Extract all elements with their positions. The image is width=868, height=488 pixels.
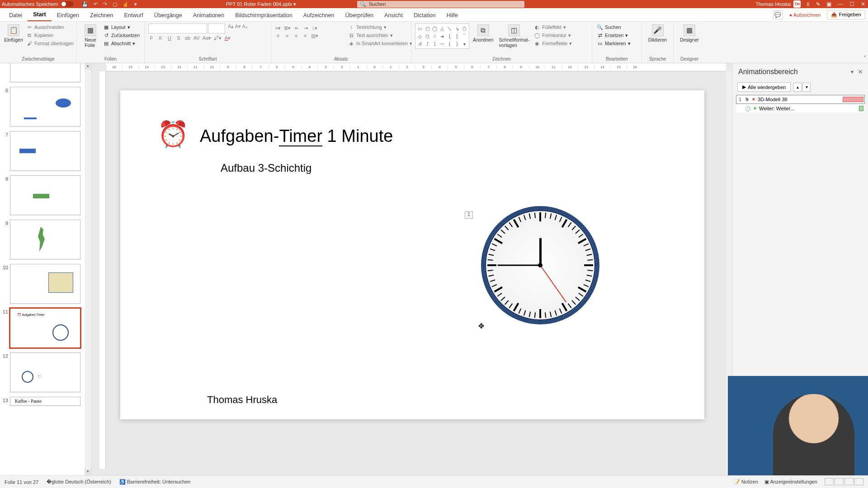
move-down-button[interactable]: ▾ (802, 83, 811, 92)
select-button[interactable]: ▭Markieren ▾ (596, 40, 638, 47)
clock-3d-model[interactable] (481, 206, 599, 324)
underline-button[interactable]: U (166, 35, 173, 41)
tab-dictation[interactable]: Dictation (408, 9, 441, 21)
smartart-button: ◈In SmartArt konvertieren ▾ (347, 40, 413, 47)
tab-einfuegen[interactable]: Einfügen (52, 9, 85, 21)
anim-item-1[interactable]: 1 🖱 ✶ 3D-Modell 38 (736, 95, 864, 103)
tab-uebergaenge[interactable]: Übergänge (149, 9, 188, 21)
bold-button[interactable]: F (148, 35, 155, 41)
shapes-gallery[interactable]: ▭▢◯△＼↘⬠ ◇⬡☆➜{}⌒ ↺⤴⤵〰()▾ (415, 23, 469, 49)
quickstyles-button[interactable]: ◫Schnellformat- vorlagen (497, 23, 532, 49)
tab-zeichnen[interactable]: Zeichnen (85, 9, 118, 21)
thumb-8[interactable]: 8 (2, 175, 83, 215)
thumb-12[interactable]: 12♡ (2, 352, 83, 392)
thumb-5[interactable] (2, 63, 83, 82)
designer-button[interactable]: ▦Designer (677, 23, 702, 43)
indent-button[interactable]: ⇥ (302, 25, 309, 31)
section-button[interactable]: ▤Abschnitt ▾ (102, 40, 141, 47)
font-size-input[interactable] (208, 23, 225, 33)
accessibility-status[interactable]: ♿ Barrierefreiheit: Untersuchen (119, 479, 191, 485)
freigeben-button[interactable]: 📤 Freigeben (827, 10, 865, 19)
tab-datei[interactable]: Datei (4, 9, 28, 21)
present-icon[interactable]: ▢ (113, 1, 117, 7)
tab-start[interactable]: Start (28, 9, 51, 21)
find-button[interactable]: 🔍Suchen (596, 23, 638, 31)
slide-counter[interactable]: Folie 11 von 27 (5, 479, 38, 485)
thumb-10[interactable]: 10 (2, 264, 83, 304)
tab-animationen[interactable]: Animationen (188, 9, 230, 21)
coming-soon-icon[interactable]: ⧮ (807, 1, 810, 7)
thumb-13[interactable]: 13Kaffee - Pause (2, 397, 83, 406)
thumbs-scrollbar[interactable]: ▴ ▾ (85, 63, 91, 475)
line-spacing-button[interactable]: ↕▾ (311, 25, 318, 31)
font-name-input[interactable] (148, 23, 207, 33)
thumb-6[interactable]: 6 (2, 87, 83, 127)
thumb-11[interactable]: 11⏰ Aufgaben-Timer (2, 308, 83, 348)
display-settings-button[interactable]: ▣ Anzeigeeinstellungen (764, 479, 817, 485)
autosave-toggle[interactable]: Automatisches Speichern (2, 1, 74, 7)
ribbon-mode-icon[interactable]: ▣ (826, 1, 831, 7)
maximize-icon[interactable]: ☐ (849, 1, 854, 7)
animation-pane-title: Animationsbereich (738, 68, 798, 76)
columns-button[interactable]: ▥▾ (311, 33, 318, 39)
slide-editor[interactable]: 1615141312111098765432101234567891011121… (91, 63, 732, 475)
save-icon[interactable]: 💾 (82, 1, 88, 7)
touch-icon[interactable]: ☝ (123, 1, 129, 7)
case-button[interactable]: Aa▾ (203, 35, 211, 41)
strike-button[interactable]: S (175, 35, 182, 41)
justify-button[interactable]: ≡ (302, 33, 308, 39)
redo-icon[interactable]: ↷ (103, 1, 107, 7)
replace-button[interactable]: ⇄Ersetzen ▾ (596, 32, 638, 39)
spacing-button[interactable]: AV (193, 35, 200, 41)
bullets-button[interactable]: ≡▾ (275, 25, 281, 31)
tab-entwurf[interactable]: Entwurf (118, 9, 148, 21)
shadow-button[interactable]: ab (184, 35, 191, 41)
slide-author[interactable]: Thomas Hruska (207, 394, 277, 406)
move-up-button[interactable]: ▴ (793, 83, 802, 92)
highlight-button[interactable]: 🖍▾ (214, 35, 222, 41)
font-color-button[interactable]: A▾ (224, 35, 231, 41)
tab-ueberpruefen[interactable]: Überprüfen (340, 9, 379, 21)
italic-button[interactable]: K (157, 35, 164, 41)
paste-button[interactable]: 📋Einfügen (4, 23, 24, 43)
tab-hilfe[interactable]: Hilfe (441, 9, 463, 21)
align-center-button[interactable]: ≡ (284, 33, 290, 39)
align-right-button[interactable]: ≡ (293, 33, 299, 39)
close-icon[interactable]: ✕ (861, 1, 865, 7)
anim-item-2[interactable]: 🕐 ✶ Weiter: Weiter... (736, 104, 864, 113)
alarm-clock-icon[interactable]: ⏰ (157, 119, 189, 149)
numbering-button[interactable]: ≣▾ (284, 25, 291, 31)
undo-icon[interactable]: ↶ (94, 1, 98, 7)
slide-title[interactable]: Aufgaben-Timer 1 Minute (200, 127, 393, 146)
minimize-icon[interactable]: — (838, 1, 843, 7)
view-buttons[interactable] (824, 478, 863, 486)
tab-aufzeichnen[interactable]: Aufzeichnen (298, 9, 340, 21)
qat-more-icon[interactable]: ▾ (134, 1, 137, 7)
outdent-button[interactable]: ⇤ (293, 25, 300, 31)
notes-button[interactable]: 📝 Notizen (734, 479, 758, 485)
collapse-ribbon-icon[interactable]: ˅ (863, 55, 866, 61)
new-slide-button[interactable]: ▦Neue Folie (80, 23, 100, 49)
user-account[interactable]: Thomas Hruska TH (755, 0, 801, 8)
animation-tag[interactable]: 1 (465, 211, 473, 219)
search-box[interactable]: 🔍 Suchen (357, 1, 524, 8)
filename[interactable]: PPT 01 Roter Faden 004.pptx ▾ (226, 1, 296, 7)
aufzeichnen-button[interactable]: ● Aufzeichnen (786, 11, 825, 19)
comments-button[interactable]: 💬 (773, 10, 783, 19)
tab-bildschirm[interactable]: Bildschirmpräsentation (230, 9, 297, 21)
pane-dropdown-icon[interactable]: ▾ (851, 69, 854, 75)
pane-close-icon[interactable]: ✕ (858, 69, 863, 75)
layout-button[interactable]: ▦Layout ▾ (102, 23, 141, 31)
slide-canvas[interactable]: ⏰ Aufgaben-Timer 1 Minute Aufbau 3-Schic… (120, 90, 704, 419)
slide-subtitle[interactable]: Aufbau 3-Schichtig (221, 162, 311, 174)
reset-button[interactable]: ↺Zurücksetzen (102, 32, 141, 39)
dictate-button[interactable]: 🎤Diktieren (646, 23, 670, 43)
align-left-button[interactable]: ≡ (275, 33, 281, 39)
tab-ansicht[interactable]: Ansicht (379, 9, 408, 21)
draw-icon[interactable]: ✎ (816, 1, 820, 7)
thumb-9[interactable]: 9 (2, 220, 83, 259)
language-status[interactable]: �globe Deutsch (Österreich) (47, 479, 111, 485)
play-all-button[interactable]: ▶ Alle wiedergeben (737, 82, 791, 92)
arrange-button[interactable]: ⧉Anordnen (471, 23, 495, 43)
thumb-7[interactable]: 7 (2, 131, 83, 171)
